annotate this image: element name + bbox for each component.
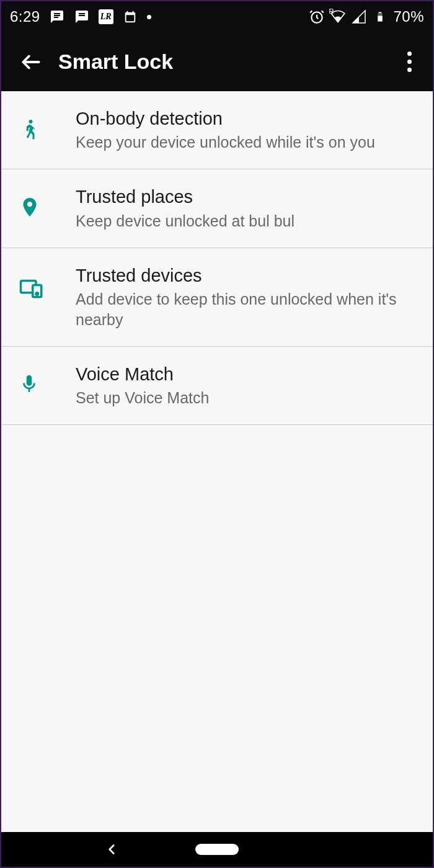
overflow-dot-icon <box>407 51 412 56</box>
wifi-icon: R <box>330 9 346 25</box>
item-subtitle: Keep your device unlocked while it's on … <box>76 132 414 153</box>
status-bar: 6:29 LR R <box>1 1 433 32</box>
mic-icon <box>19 374 40 397</box>
list-item-on-body-detection[interactable]: On-body detection Keep your device unloc… <box>1 91 433 169</box>
page-title: Smart Lock <box>58 50 393 74</box>
overflow-dot-icon <box>407 68 412 72</box>
chevron-left-icon <box>104 841 120 857</box>
notification-chat-icon <box>74 9 90 25</box>
back-button[interactable] <box>9 40 53 84</box>
item-title: On-body detection <box>76 107 414 130</box>
overflow-dot-icon <box>407 60 412 64</box>
navigation-bar <box>1 832 433 867</box>
item-title: Voice Match <box>76 363 414 385</box>
screen: 6:29 LR R <box>0 0 434 868</box>
settings-list: On-body detection Keep your device unloc… <box>1 91 433 832</box>
battery-icon <box>372 9 388 25</box>
battery-percent: 70% <box>393 8 424 25</box>
notification-calendar-icon <box>122 9 138 25</box>
signal-icon <box>351 9 367 25</box>
notification-lr-icon: LR <box>99 9 113 24</box>
item-subtitle: Keep device unlocked at bul bul <box>76 211 414 231</box>
item-title: Trusted places <box>76 186 414 208</box>
list-item-trusted-places[interactable]: Trusted places Keep device unlocked at b… <box>1 169 433 248</box>
svg-point-4 <box>36 292 38 295</box>
location-pin-icon <box>19 196 41 221</box>
wifi-r-label: R <box>329 7 348 15</box>
svg-point-1 <box>29 120 33 123</box>
list-item-trusted-devices[interactable]: Trusted devices Add device to keep this … <box>1 248 433 347</box>
nav-home-pill[interactable] <box>195 844 239 855</box>
devices-icon <box>19 268 45 303</box>
arrow-left-icon <box>19 50 43 74</box>
notification-message-icon <box>49 9 65 25</box>
list-item-voice-match[interactable]: Voice Match Set up Voice Match <box>1 347 433 425</box>
item-title: Trusted devices <box>76 264 414 287</box>
item-subtitle: Set up Voice Match <box>76 388 414 408</box>
item-subtitle: Add device to keep this one unlocked whe… <box>76 289 414 330</box>
alarm-icon <box>309 9 325 25</box>
overflow-menu-button[interactable] <box>393 40 425 84</box>
walk-icon <box>19 118 41 143</box>
nav-back-button[interactable] <box>104 841 120 857</box>
app-bar: Smart Lock <box>1 32 433 91</box>
status-time: 6:29 <box>10 8 40 25</box>
notification-more-dot <box>147 15 151 19</box>
